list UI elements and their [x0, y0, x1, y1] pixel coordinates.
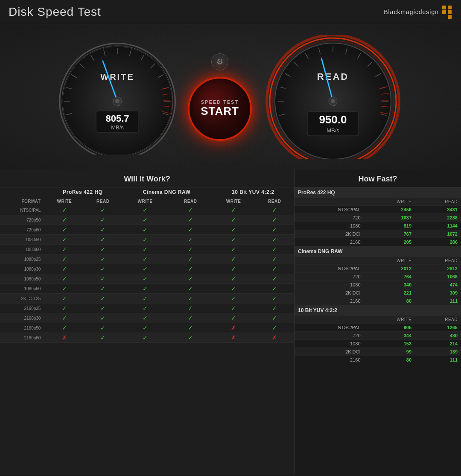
- hf-row-label: 1080: [295, 222, 364, 230]
- format-cell: 720p60: [0, 225, 44, 235]
- check-cell: ✓: [121, 235, 169, 245]
- check-icon: ✓: [188, 207, 193, 213]
- check-icon: ✓: [188, 256, 193, 263]
- check-icon: ✓: [62, 295, 67, 302]
- check-cell: ✓: [44, 274, 85, 284]
- hf-read-value: 111: [415, 356, 461, 364]
- hf-row-label: 1080: [295, 281, 364, 289]
- hf-row-label: 720: [295, 332, 364, 340]
- hf-write-value: 153: [364, 340, 415, 348]
- check-icon: ✓: [188, 275, 193, 282]
- hf-read-value: 1072: [415, 230, 461, 238]
- cross-icon: ✗: [231, 324, 236, 331]
- format-header: [0, 187, 44, 197]
- check-icon: ✓: [100, 216, 105, 223]
- check-cell: ✓: [121, 313, 169, 323]
- format-cell: 1080p30: [0, 264, 44, 274]
- cdng-header: Cinema DNG RAW: [121, 187, 212, 197]
- hf-read-value: 1265: [415, 324, 461, 332]
- check-cell: ✓: [121, 294, 169, 304]
- brand-name: Blackmagicdesign: [384, 9, 439, 15]
- hf-read-value: 286: [415, 238, 461, 246]
- check-cell: ✓: [255, 215, 294, 225]
- check-cell: ✓: [212, 264, 255, 274]
- settings-button[interactable]: ⚙: [211, 53, 228, 70]
- check-icon: ✓: [143, 256, 148, 263]
- check-icon: ✓: [143, 226, 148, 233]
- check-icon: ✓: [231, 266, 236, 272]
- hf-row-label: 2160: [295, 356, 364, 364]
- hf-write-value: 767: [364, 230, 415, 238]
- app-header: Disk Speed Test Blackmagicdesign: [0, 0, 461, 24]
- check-icon: ✓: [143, 246, 148, 253]
- hf-read-value: 1068: [415, 273, 461, 281]
- will-it-work-title: Will It Work?: [0, 169, 294, 187]
- hf-read-value: 480: [415, 332, 461, 340]
- check-cell: ✓: [212, 215, 255, 225]
- how-fast-title: How Fast?: [295, 169, 461, 187]
- hf-data-row: 2K DCI 221 309: [295, 289, 461, 297]
- check-cell: ✓: [169, 264, 212, 274]
- format-cell: 2160p25: [0, 304, 44, 313]
- hf-section-header: ProRes 422 HQ: [295, 187, 461, 198]
- check-icon: ✓: [100, 305, 105, 312]
- check-icon: ✓: [188, 216, 193, 223]
- hf-write-col: WRITE: [364, 257, 415, 265]
- hf-row-label: 2K DCI: [295, 230, 364, 238]
- check-cell: ✓: [212, 235, 255, 245]
- svg-text:MB/s: MB/s: [111, 124, 124, 131]
- hf-data-row: 720 344 480: [295, 332, 461, 340]
- check-icon: ✓: [62, 256, 67, 263]
- check-icon: ✓: [231, 226, 236, 233]
- check-icon: ✓: [188, 305, 193, 312]
- check-cell: ✓: [44, 264, 85, 274]
- check-icon: ✓: [272, 256, 277, 263]
- check-cell: ✓: [44, 323, 85, 333]
- format-cell: 2160p50: [0, 323, 44, 333]
- hf-write-value: 764: [364, 273, 415, 281]
- check-cell: ✓: [121, 264, 169, 274]
- hf-col-header: WRITE READ: [295, 198, 461, 206]
- hf-read-value: 111: [415, 297, 461, 305]
- hf-read-value: 139: [415, 348, 461, 356]
- table-row: 2K DCI 25✓✓✓✓✓✓: [0, 294, 294, 304]
- table-row: 1080p25✓✓✓✓✓✓: [0, 254, 294, 264]
- hf-row-label: 2160: [295, 238, 364, 246]
- table-header-row2: FORMAT WRITE READ WRITE READ WRITE READ: [0, 197, 294, 206]
- cross-icon: ✗: [62, 334, 67, 341]
- check-cell: ✗: [212, 323, 255, 333]
- check-icon: ✓: [272, 275, 277, 282]
- check-cell: ✗: [44, 333, 85, 343]
- check-cell: ✓: [44, 215, 85, 225]
- hf-write-value: 80: [364, 297, 415, 305]
- check-icon: ✓: [231, 295, 236, 302]
- check-cell: ✓: [85, 284, 121, 294]
- will-it-work-table: ProRes 422 HQ Cinema DNG RAW 10 Bit YUV …: [0, 187, 294, 343]
- hf-section-name: Cinema DNG RAW: [295, 246, 461, 257]
- hf-row-label: 1080: [295, 340, 364, 348]
- check-icon: ✓: [272, 226, 277, 233]
- hf-read-value: 214: [415, 340, 461, 348]
- check-cell: ✓: [121, 274, 169, 284]
- table-row: 720p60✓✓✓✓✓✓: [0, 225, 294, 235]
- check-icon: ✓: [100, 285, 105, 292]
- check-icon: ✓: [62, 305, 67, 312]
- check-cell: ✓: [255, 294, 294, 304]
- check-icon: ✓: [231, 285, 236, 292]
- start-button[interactable]: SPEED TEST START: [188, 77, 252, 141]
- hf-read-col: READ: [415, 257, 461, 265]
- table-row: 2160p30✓✓✓✓✓✓: [0, 313, 294, 323]
- check-cell: ✓: [121, 225, 169, 235]
- yuv-header: 10 Bit YUV 4:2:2: [212, 187, 294, 197]
- table-row: 1080p30✓✓✓✓✓✓: [0, 264, 294, 274]
- hf-data-row: 2160 205 286: [295, 238, 461, 246]
- check-icon: ✓: [100, 246, 105, 253]
- hf-read-col: READ: [415, 198, 461, 206]
- check-icon: ✓: [231, 246, 236, 253]
- brand-icon: [442, 6, 452, 19]
- check-icon: ✓: [100, 207, 105, 213]
- check-icon: ✓: [188, 236, 193, 243]
- hf-write-value: 99: [364, 348, 415, 356]
- check-icon: ✓: [272, 324, 277, 331]
- check-icon: ✓: [143, 266, 148, 272]
